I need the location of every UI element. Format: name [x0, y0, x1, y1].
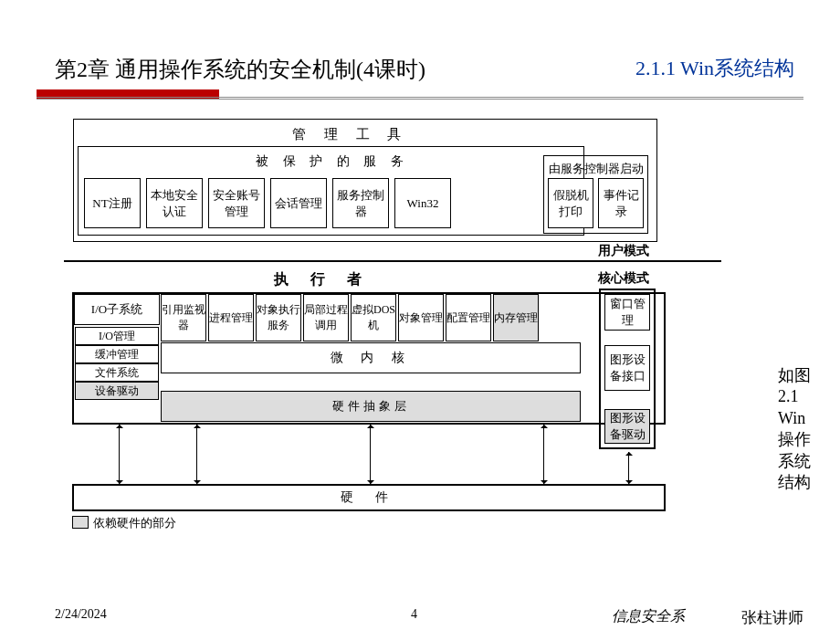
io-subsystem-box: I/O子系统 [74, 294, 160, 325]
memory-management-box: 内存管理 [493, 294, 539, 341]
chapter-title: 第2章 通用操作系统的安全机制(4课时) [55, 58, 425, 81]
print-spooler-box: 假脱机打印 [548, 178, 593, 228]
virtual-dos-box: 虚拟DOS机 [351, 294, 396, 341]
user-mode-label: 用户模式 [598, 243, 649, 259]
section-title: 2.1.1 Win系统结构 [635, 55, 794, 82]
legend-label: 依赖硬件的部分 [93, 515, 176, 531]
footer-department: 信息安全系 [612, 607, 685, 626]
protected-services-label: 被 保 护 的 服 务 [256, 153, 409, 170]
arrow-icon [119, 425, 120, 484]
security-account-mgr-box: 安全账号管理 [208, 178, 265, 228]
arrow-icon [196, 425, 197, 484]
divider [37, 97, 803, 98]
arrow-icon [370, 425, 371, 484]
legend-swatch [72, 516, 89, 529]
footer-page: 4 [411, 607, 417, 622]
gfx-device-interface-box: 图形设备接口 [604, 345, 650, 391]
window-management-box: 窗口管理 [604, 294, 650, 331]
process-management-box: 进程管理 [208, 294, 254, 341]
service-controller-box: 服务控制器 [332, 178, 389, 228]
mode-divider [64, 260, 721, 262]
divider [37, 99, 803, 100]
figure-caption: 如图2.1 Win操作系统结构 [778, 365, 813, 493]
device-driver-box: 设备驱动 [75, 382, 159, 400]
config-management-box: 配置管理 [446, 294, 491, 341]
footer-date: 2/24/2024 [55, 607, 107, 622]
event-log-box: 事件记录 [598, 178, 644, 228]
win32-box: Win32 [394, 178, 451, 228]
footer-lecturer: 张柱讲师 [741, 607, 803, 628]
management-tools-label: 管 理 工 具 [292, 126, 438, 143]
lpc-box: 局部过程调用 [303, 294, 349, 341]
local-security-auth-box: 本地安全认证 [146, 178, 203, 228]
object-management-box: 对象管理 [398, 294, 444, 341]
session-mgr-box: 会话管理 [270, 178, 327, 228]
hardware-box: 硬 件 [72, 484, 666, 511]
reference-monitor-box: 引用监视器 [161, 294, 206, 341]
service-controller-group-label: 由服务控制器启动 [548, 161, 644, 177]
executor-label: 执 行 者 [274, 270, 371, 289]
nt-registry-box: NT注册 [84, 178, 141, 228]
kernel-mode-label: 核心模式 [598, 270, 649, 287]
microkernel-box: 微 内 核 [161, 342, 581, 373]
io-management-box: I/O管理 [75, 327, 159, 345]
hal-box: 硬件抽象层 [161, 391, 581, 422]
arrow-icon [628, 452, 629, 484]
buffer-management-box: 缓冲管理 [75, 345, 159, 363]
file-system-box: 文件系统 [75, 363, 159, 382]
gfx-device-driver-box: 图形设备驱动 [604, 409, 650, 444]
object-exec-service-box: 对象执行服务 [256, 294, 301, 341]
arrow-icon [543, 425, 544, 484]
